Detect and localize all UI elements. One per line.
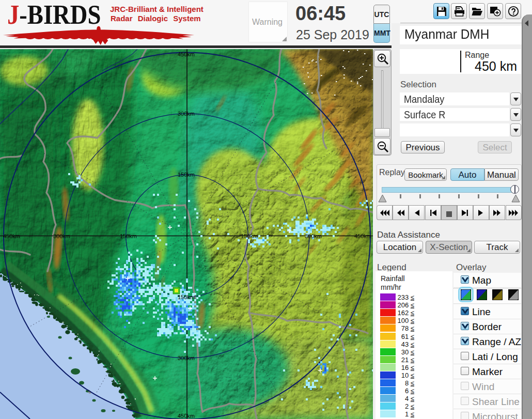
svg-text:450km: 450km xyxy=(178,51,195,57)
svg-text:300km: 300km xyxy=(178,111,195,117)
svg-text:300km: 300km xyxy=(53,233,70,239)
svg-text:150km: 150km xyxy=(120,233,137,239)
svg-text:150km: 150km xyxy=(178,172,195,178)
svg-text:450km: 450km xyxy=(354,233,371,239)
svg-text:300km: 300km xyxy=(305,233,322,239)
svg-text:450km: 450km xyxy=(3,233,20,239)
svg-text:450km: 450km xyxy=(178,413,195,419)
svg-text:150km: 150km xyxy=(241,233,258,239)
svg-text:300km: 300km xyxy=(178,355,195,361)
svg-text:150km: 150km xyxy=(178,294,195,300)
